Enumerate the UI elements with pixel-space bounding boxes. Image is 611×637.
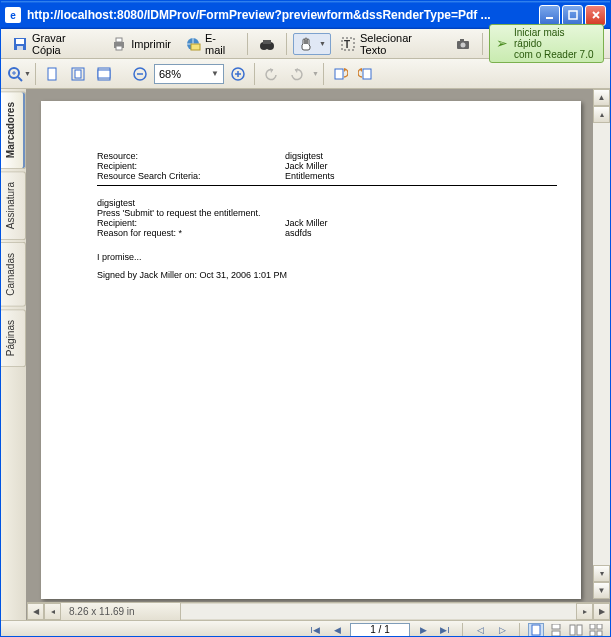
rotate-cw-button[interactable] <box>328 62 352 86</box>
hand-icon <box>298 36 314 52</box>
zoom-out-button[interactable] <box>128 62 152 86</box>
page-number-input[interactable]: 1 / 1 <box>350 623 410 637</box>
svg-rect-34 <box>532 625 540 635</box>
scroll-up-button[interactable]: ▴ <box>593 106 610 123</box>
svg-rect-40 <box>597 624 602 629</box>
last-page-button[interactable]: ▶I <box>436 623 454 637</box>
svg-rect-26 <box>98 70 110 78</box>
single-page-view[interactable] <box>528 623 544 637</box>
email-button[interactable]: E-mail <box>180 29 241 59</box>
snapshot-button[interactable] <box>450 33 476 55</box>
zoom-in-button[interactable] <box>226 62 250 86</box>
select-text-button[interactable]: T Selecionar Texto <box>335 29 446 59</box>
horizontal-scrollbar-row: ◀ ◂ 8.26 x 11.69 in ▸ ▶ <box>27 602 610 620</box>
globe-mail-icon <box>185 36 201 52</box>
scroll-track[interactable] <box>181 603 576 620</box>
actual-size-button[interactable] <box>40 62 64 86</box>
fit-page-button[interactable] <box>66 62 90 86</box>
fit-width-button[interactable] <box>92 62 116 86</box>
field-value: Jack Miller <box>285 161 561 171</box>
svg-rect-36 <box>552 631 560 636</box>
save-copy-button[interactable]: Gravar Cópia <box>7 29 102 59</box>
zoom-value-text: 68% <box>159 68 181 80</box>
page-dimensions: 8.26 x 11.69 in <box>61 603 181 620</box>
svg-rect-42 <box>597 631 602 636</box>
separator <box>462 623 463 637</box>
tab-pages[interactable]: Páginas <box>1 309 26 367</box>
field-label: Recipient: <box>97 218 285 228</box>
camera-icon <box>455 36 471 52</box>
svg-rect-38 <box>577 625 582 635</box>
divider <box>97 185 557 186</box>
rotate-ccw-button[interactable] <box>354 62 378 86</box>
document-viewport[interactable]: Resource:digsigtest Recipient:Jack Mille… <box>27 89 610 602</box>
window-title: http://localhost:8080/IDMProv/FormPrevie… <box>27 8 539 22</box>
field-label: Recipient: <box>97 161 285 171</box>
scroll-right[interactable]: ▸ <box>576 603 593 620</box>
continuous-view[interactable] <box>548 623 564 637</box>
doc-text: Press 'Submit' to request the entitlemen… <box>97 208 561 218</box>
svg-rect-33 <box>363 69 371 79</box>
field-value: asdfds <box>285 228 561 238</box>
tab-bookmarks[interactable]: Marcadores <box>1 91 26 169</box>
separator <box>254 63 255 85</box>
prev-page-button[interactable]: ◀ <box>328 623 346 637</box>
promo-line1: Iniciar mais rápido <box>514 27 595 49</box>
chevron-down-icon: ▼ <box>211 69 219 78</box>
zoom-value-input[interactable]: 68% ▼ <box>154 64 224 84</box>
svg-rect-3 <box>16 39 24 44</box>
binoculars-button[interactable] <box>254 33 280 55</box>
first-page-button[interactable]: I◀ <box>306 623 324 637</box>
scroll-down-button[interactable]: ▾ <box>593 565 610 582</box>
svg-rect-17 <box>460 39 464 42</box>
maximize-button[interactable] <box>562 5 583 26</box>
email-label: E-mail <box>205 32 236 56</box>
leaf-arrow-icon: ➢ <box>496 36 508 51</box>
undo-button[interactable] <box>259 62 283 86</box>
scroll-left[interactable]: ◂ <box>44 603 61 620</box>
vertical-scrollbar[interactable]: ▲ ▴ ▾ ▼ <box>593 89 610 599</box>
scroll-left-end[interactable]: ◀ <box>27 603 44 620</box>
close-button[interactable] <box>585 5 606 26</box>
facing-view[interactable] <box>568 623 584 637</box>
svg-rect-9 <box>191 44 200 50</box>
svg-line-19 <box>18 77 22 81</box>
print-button[interactable]: Imprimir <box>106 33 176 55</box>
side-tab-bar: Marcadores Assinatura Camadas Páginas <box>1 89 27 620</box>
field-value: digsigtest <box>285 151 561 161</box>
tab-signatures[interactable]: Assinatura <box>1 171 26 240</box>
view-toolbar: ▼ 68% ▼ ▼ <box>1 59 610 89</box>
hand-tool-button[interactable]: ▼ <box>293 33 331 55</box>
printer-icon <box>111 36 127 52</box>
main-toolbar: Gravar Cópia Imprimir E-mail ▼ T Selecio… <box>1 29 610 59</box>
svg-rect-39 <box>590 624 595 629</box>
minimize-button[interactable] <box>539 5 560 26</box>
scroll-track[interactable] <box>593 123 610 565</box>
page-forward-button[interactable]: ▷ <box>493 623 511 637</box>
svg-rect-0 <box>546 17 553 19</box>
continuous-facing-view[interactable] <box>588 623 604 637</box>
text-select-icon: T <box>340 36 356 52</box>
chevron-down-icon: ▼ <box>24 70 31 77</box>
svg-rect-35 <box>552 624 560 629</box>
svg-rect-37 <box>570 625 575 635</box>
promo-line2: com o Reader 7.0 <box>514 49 595 60</box>
app-icon: e <box>5 7 21 23</box>
tab-layers[interactable]: Camadas <box>1 242 26 307</box>
next-page-button[interactable]: ▶ <box>414 623 432 637</box>
svg-rect-1 <box>569 11 577 19</box>
pdf-page: Resource:digsigtest Recipient:Jack Mille… <box>41 101 581 599</box>
page-back-button[interactable]: ◁ <box>471 623 489 637</box>
field-value: Jack Miller <box>285 218 561 228</box>
field-label: Resource: <box>97 151 285 161</box>
scroll-right-end[interactable]: ▶ <box>593 603 610 620</box>
field-label: Reason for request: * <box>97 228 285 238</box>
zoom-tool-button[interactable]: ▼ <box>7 62 31 86</box>
redo-button[interactable] <box>285 62 309 86</box>
chevron-down-icon: ▼ <box>312 70 319 77</box>
scroll-up-button[interactable]: ▲ <box>593 89 610 106</box>
reader-promo[interactable]: ➢ Iniciar mais rápido com o Reader 7.0 <box>489 24 604 63</box>
scroll-down-button[interactable]: ▼ <box>593 582 610 599</box>
status-bar: I◀ ◀ 1 / 1 ▶ ▶I ◁ ▷ <box>1 620 610 637</box>
separator <box>286 33 287 55</box>
